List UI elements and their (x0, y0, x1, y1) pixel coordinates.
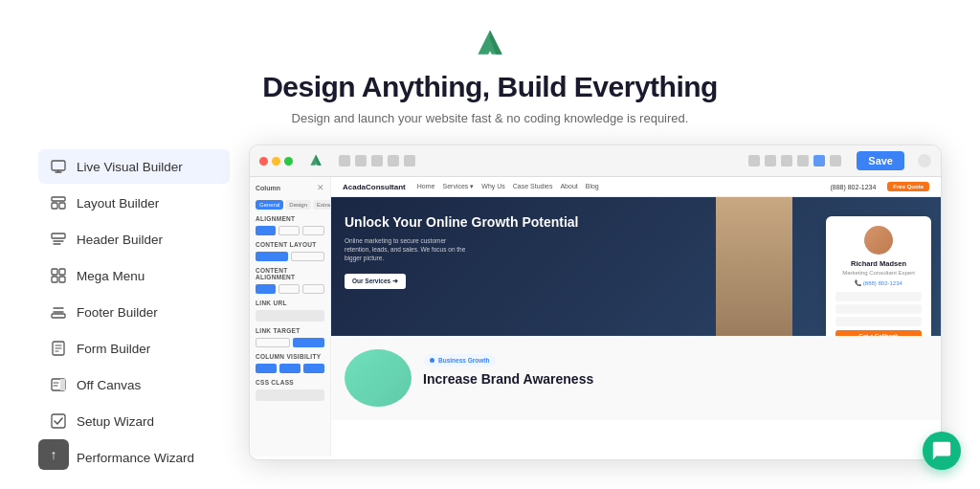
svg-rect-12 (59, 277, 65, 282)
svg-rect-3 (52, 197, 65, 201)
nav-links: Home Services ▾ Why Us Case Studies Abou… (417, 183, 819, 190)
bottom-badge: Business Growth (423, 354, 496, 367)
panel-header: Column ✕ (256, 183, 324, 192)
nav-about: About (560, 183, 577, 190)
bottom-text: Business Growth Increase Brand Awareness (423, 349, 927, 388)
svg-rect-11 (52, 277, 57, 282)
sidebar-item-label: Layout Builder (77, 196, 159, 211)
contact-card: Richard Madsen Marketing Consultant Expe… (826, 216, 931, 336)
grid-icon (50, 267, 67, 284)
subtitle: Design and launch your website fast & no… (0, 111, 980, 125)
bottom-title: Increase Brand Awareness (423, 371, 927, 388)
contact-phone-field[interactable] (835, 317, 922, 326)
chat-button[interactable] (923, 432, 961, 470)
browser-toolbar: Save (250, 145, 941, 177)
contact-name-field[interactable] (835, 292, 922, 301)
contact-submit-button[interactable]: Get a Callback (835, 330, 922, 336)
save-button[interactable]: Save (857, 151, 904, 170)
contact-email-field[interactable] (835, 304, 922, 314)
sidebar-item-mega-menu[interactable]: Mega Menu (38, 258, 230, 293)
contact-phone: 📞 (888) 802-1234 (835, 279, 922, 286)
svg-rect-9 (52, 269, 57, 275)
maximize-dot[interactable] (284, 157, 293, 166)
nav-casestudies: Case Studies (513, 183, 553, 190)
sidebar: Live Visual Builder Layout Builder H (38, 144, 230, 477)
logo-icon (473, 27, 507, 61)
sidebar-item-label: Setup Wizard (77, 414, 154, 429)
panel-section-layout: Content Layout (256, 241, 324, 248)
contact-title: Marketing Consultant Expert (835, 270, 922, 276)
form-icon (50, 340, 67, 357)
panel-tabs: General Design Extra (256, 200, 324, 210)
sidebar-item-label: Form Builder (77, 342, 150, 356)
sidebar-item-footer-builder[interactable]: Footer Builder (38, 295, 230, 329)
sidebar-item-live-visual-builder[interactable]: Live Visual Builder (38, 149, 230, 184)
sidebar-item-label: Footer Builder (77, 305, 158, 320)
bottom-illustration (345, 349, 412, 407)
panel-section: Alignment (256, 215, 324, 222)
svg-rect-6 (52, 233, 65, 238)
brand-name: AcadaConsultant (343, 183, 406, 191)
hero-cta-button[interactable]: Our Services ➜ (345, 274, 406, 289)
sidebar-item-label: Live Visual Builder (77, 160, 183, 174)
chat-icon (931, 440, 952, 461)
left-panel: Column ✕ General Design Extra Alignment … (250, 177, 331, 456)
nav-home: Home (417, 183, 435, 190)
close-dot[interactable] (259, 157, 268, 166)
badge-dot (430, 358, 434, 363)
browser-content: Column ✕ General Design Extra Alignment … (250, 177, 941, 456)
scroll-top-button[interactable]: ↑ (38, 439, 69, 470)
nav-blog: Blog (586, 183, 599, 190)
monitor-icon (50, 158, 67, 175)
footer-icon (50, 303, 67, 321)
svg-rect-10 (59, 269, 65, 275)
header-icon (50, 231, 67, 248)
sidebar-item-setup-wizard[interactable]: Setup Wizard (38, 404, 230, 438)
browser-bottom: Business Growth Increase Brand Awareness (331, 336, 941, 420)
sidebar-item-header-builder[interactable]: Header Builder (38, 222, 230, 256)
browser-mockup: Save Column ✕ General Design Extra Align… (249, 144, 942, 460)
sidebar-item-label: Performance Wizard (77, 451, 194, 465)
svg-rect-24 (52, 414, 65, 428)
minimize-dot[interactable] (272, 157, 280, 166)
svg-rect-4 (52, 203, 57, 209)
hero-body: Online marketing to secure customer rete… (345, 236, 469, 262)
badge-label: Business Growth (438, 357, 489, 364)
panel-section-visibility: Column Visibility (256, 353, 324, 360)
svg-rect-0 (52, 161, 65, 170)
sidebar-item-label: Mega Menu (77, 269, 145, 283)
contact-avatar (864, 226, 893, 255)
window-controls (259, 157, 293, 166)
browser-nav: AcadaConsultant Home Services ▾ Why Us C… (331, 177, 941, 197)
svg-rect-5 (59, 203, 65, 209)
sidebar-item-layout-builder[interactable]: Layout Builder (38, 186, 230, 220)
layout-icon (50, 194, 67, 211)
sidebar-item-off-canvas[interactable]: Off Canvas (38, 367, 230, 402)
browser-main-content: AcadaConsultant Home Services ▾ Why Us C… (331, 177, 941, 456)
svg-rect-21 (60, 379, 65, 390)
nav-services: Services ▾ (442, 183, 474, 190)
check-icon (50, 412, 67, 430)
panel-section-link: Link URL (256, 300, 324, 306)
browser-hero: Unlock Your Online Growth Potential Onli… (331, 197, 941, 336)
nav-whyus: Why Us (481, 183, 505, 190)
offcanvas-icon (50, 376, 67, 393)
main-title: Design Anything, Build Everything (0, 71, 980, 103)
panel-section-target: Link Target (256, 327, 324, 334)
page-header: Design Anything, Build Everything Design… (0, 0, 980, 144)
sidebar-item-label: Header Builder (77, 233, 163, 247)
contact-name: Richard Madsen (835, 259, 922, 268)
svg-rect-15 (52, 314, 65, 318)
sidebar-item-form-builder[interactable]: Form Builder (38, 331, 230, 366)
panel-section-alignment: Content Alignment (256, 267, 324, 280)
sidebar-item-label: Off Canvas (77, 378, 141, 392)
nav-phone: (888) 802-1234 (830, 184, 876, 190)
panel-section-css: CSS Class (256, 379, 324, 386)
content-area: Live Visual Builder Layout Builder H (0, 144, 980, 477)
free-quote-button[interactable]: Free Quote (887, 182, 929, 191)
